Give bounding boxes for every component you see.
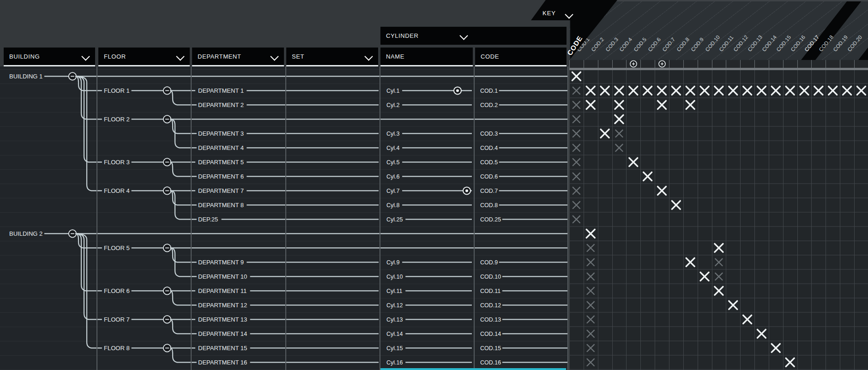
tree-item-department[interactable]: DEPARTMENT 14 <box>198 330 247 337</box>
tree-item-floor[interactable]: FLOOR 7 <box>104 316 130 323</box>
cylinder-code-label[interactable]: COD.25 <box>480 216 501 223</box>
cylinder-code-label[interactable]: COD.14 <box>480 331 501 337</box>
cylinder-code-label[interactable]: COD.3 <box>480 131 498 137</box>
column-divider <box>191 66 192 370</box>
tree-item-floor[interactable]: FLOOR 4 <box>104 187 130 194</box>
cylinder-name-label[interactable]: Cyl.7 <box>386 188 400 194</box>
column-divider <box>567 66 568 370</box>
tree-branch-curve <box>170 348 196 362</box>
tree-branch-curve <box>170 162 196 176</box>
tree-item-department[interactable]: DEPARTMENT 2 <box>198 101 244 108</box>
tree-item-department[interactable]: DEPARTMENT 15 <box>198 345 247 352</box>
tree-item-department[interactable]: DEPARTMENT 10 <box>198 273 247 280</box>
column-divider <box>285 66 286 370</box>
cylinder-code-label[interactable]: COD.1 <box>480 88 498 94</box>
column-divider <box>474 66 475 370</box>
cylinder-code-label[interactable]: COD.2 <box>480 102 498 108</box>
tree-branch-curve <box>76 233 102 291</box>
cylinder-name-label[interactable]: Cyl.8 <box>386 202 400 209</box>
selected-cell-indicator <box>380 368 566 370</box>
target-marker-dot <box>456 89 459 92</box>
column-divider <box>96 66 97 370</box>
cylinder-name-label[interactable]: Cyl.14 <box>386 331 403 337</box>
tree-item-department[interactable]: DEPARTMENT 3 <box>198 130 244 137</box>
cylinder-name-label[interactable]: Cyl.6 <box>386 173 400 180</box>
cylinder-name-label[interactable]: Cyl.4 <box>386 145 400 151</box>
tree-item-department[interactable]: DEP.25 <box>198 216 218 223</box>
tree-item-floor[interactable]: FLOOR 3 <box>104 159 130 166</box>
cylinder-name-label[interactable]: Cyl.10 <box>386 274 403 280</box>
cylinder-name-label[interactable]: Cyl.15 <box>386 345 403 352</box>
tree-item-department[interactable]: DEPARTMENT 6 <box>198 173 244 180</box>
cylinder-code-label[interactable]: COD.8 <box>480 202 498 209</box>
cylinder-name-label[interactable]: Cyl.11 <box>386 288 403 294</box>
cylinder-code-label[interactable]: COD.7 <box>480 188 498 194</box>
tree-branch-curve <box>170 90 196 105</box>
tree-branch-curve <box>76 76 102 119</box>
target-marker-dot <box>465 189 468 192</box>
tree-item-department[interactable]: DEPARTMENT 13 <box>198 316 247 323</box>
tree-item-department[interactable]: DEPARTMENT 12 <box>198 302 247 309</box>
cylinder-name-label[interactable]: Cyl.13 <box>386 316 403 323</box>
cylinder-name-label[interactable]: Cyl.2 <box>386 102 400 108</box>
tree-branch-curve <box>76 76 102 191</box>
cylinder-code-label[interactable]: COD.11 <box>480 288 500 294</box>
cylinder-code-label[interactable]: COD.6 <box>480 173 498 180</box>
tree-item-department[interactable]: DEPARTMENT 16 <box>198 359 247 366</box>
cylinder-code-label[interactable]: COD.10 <box>480 274 501 280</box>
tree-item-floor[interactable]: FLOOR 2 <box>104 116 130 123</box>
tree-item-department[interactable]: DEPARTMENT 11 <box>198 287 247 294</box>
cylinder-name-label[interactable]: Cyl.25 <box>386 216 403 223</box>
tree-item-floor[interactable]: FLOOR 8 <box>104 345 130 352</box>
tree-branch-curve <box>76 233 102 248</box>
tree-diagram: BUILDING 1FLOOR 1DEPARTMENT 1Cyl.1COD.1D… <box>0 0 868 370</box>
locking-plan-app: COD.1COD.2COD.3COD.4COD.5COD.6COD.7COD.8… <box>0 0 868 370</box>
tree-item-floor[interactable]: FLOOR 5 <box>104 245 130 251</box>
tree-item-building[interactable]: BUILDING 2 <box>9 230 42 237</box>
tree-item-department[interactable]: DEPARTMENT 8 <box>198 202 244 209</box>
tree-branch-curve <box>76 76 102 90</box>
cylinder-name-label[interactable]: Cyl.1 <box>386 88 400 94</box>
column-divider <box>380 66 380 370</box>
cylinder-code-label[interactable]: COD.12 <box>480 302 501 309</box>
cylinder-name-label[interactable]: Cyl.16 <box>386 359 403 366</box>
cylinder-code-label[interactable]: COD.16 <box>480 359 501 366</box>
tree-item-building[interactable]: BUILDING 1 <box>9 73 42 80</box>
tree-item-department[interactable]: DEPARTMENT 7 <box>198 187 244 194</box>
cylinder-name-label[interactable]: Cyl.5 <box>386 159 400 166</box>
tree-branch-curve <box>170 291 196 305</box>
cylinder-code-label[interactable]: COD.15 <box>480 345 501 352</box>
tree-item-department[interactable]: DEPARTMENT 5 <box>198 159 244 166</box>
cylinder-code-label[interactable]: COD.4 <box>480 145 498 151</box>
cylinder-code-label[interactable]: COD.13 <box>480 316 501 323</box>
cylinder-name-label[interactable]: Cyl.9 <box>386 259 400 266</box>
tree-item-floor[interactable]: FLOOR 6 <box>104 287 130 294</box>
tree-item-floor[interactable]: FLOOR 1 <box>104 87 130 94</box>
tree-item-department[interactable]: DEPARTMENT 9 <box>198 259 244 266</box>
cylinder-name-label[interactable]: Cyl.12 <box>386 302 403 309</box>
cylinder-code-label[interactable]: COD.5 <box>480 159 498 166</box>
cylinder-name-label[interactable]: Cyl.3 <box>386 131 400 137</box>
cylinder-code-label[interactable]: COD.9 <box>480 259 498 266</box>
tree-item-department[interactable]: DEPARTMENT 4 <box>198 144 244 151</box>
tree-branch-curve <box>170 319 196 334</box>
tree-item-department[interactable]: DEPARTMENT 1 <box>198 87 244 94</box>
